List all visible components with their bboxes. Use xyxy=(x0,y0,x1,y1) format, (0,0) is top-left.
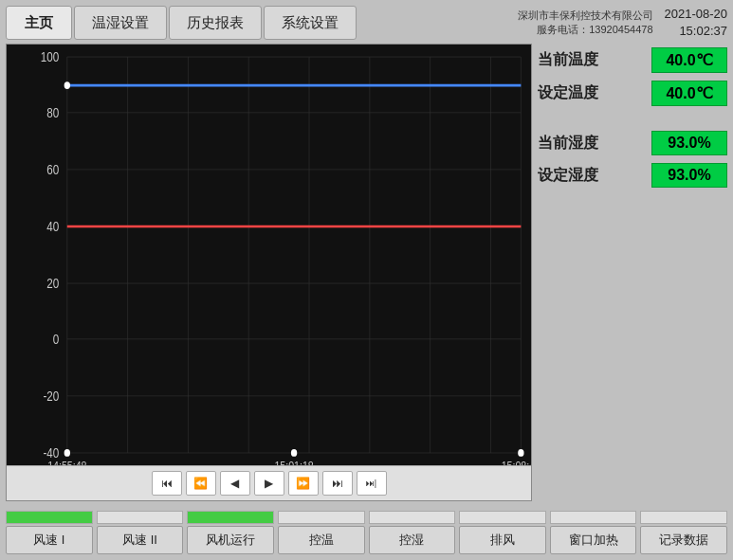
status-indicator-2 xyxy=(187,511,274,524)
status-indicator-7 xyxy=(640,511,727,524)
status-label-btn-1[interactable]: 风速 II xyxy=(97,526,184,554)
ctrl-prev[interactable]: ◀ xyxy=(220,471,250,496)
set-temp-value: 40.0℃ xyxy=(651,81,727,106)
current-humi-label: 当前湿度 xyxy=(538,134,598,154)
status-indicator-3 xyxy=(278,511,365,524)
svg-text:15:08:48: 15:08:48 xyxy=(502,459,531,465)
main-content: 100 80 60 40 20 0 -20 -40 14:55:48 15:01… xyxy=(6,44,727,501)
ctrl-next-fast[interactable]: ⏩ xyxy=(288,471,319,496)
ctrl-play[interactable]: ▶ xyxy=(254,471,284,496)
svg-point-30 xyxy=(64,81,70,89)
status-label-btn-0[interactable]: 风速 I xyxy=(6,526,93,554)
nav-bar: 主页 温湿设置 历史报表 系统设置 深圳市丰保利控技术有限公司 服务电话：139… xyxy=(6,6,727,40)
svg-text:60: 60 xyxy=(46,162,59,177)
main-container: 主页 温湿设置 历史报表 系统设置 深圳市丰保利控技术有限公司 服务电话：139… xyxy=(0,0,733,560)
status-btn-5: 排风 xyxy=(459,505,546,554)
svg-text:14:55:48: 14:55:48 xyxy=(47,459,87,465)
svg-rect-0 xyxy=(7,45,531,465)
ctrl-first[interactable]: ⏮ xyxy=(152,471,182,496)
service-tel: 服务电话：13920454478 xyxy=(537,23,652,37)
status-btn-4: 控湿 xyxy=(369,505,456,554)
svg-text:0: 0 xyxy=(53,332,60,347)
company-name: 深圳市丰保利控技术有限公司 xyxy=(518,9,653,23)
time: 15:02:37 xyxy=(679,23,727,40)
svg-text:-20: -20 xyxy=(43,388,59,404)
ctrl-last2[interactable]: ⏭| xyxy=(357,471,387,496)
tab-history[interactable]: 历史报表 xyxy=(169,6,262,40)
status-label-btn-5[interactable]: 排风 xyxy=(459,526,546,554)
chart-controls: ⏮ ⏪ ◀ ▶ ⏩ ⏭ ⏭| xyxy=(7,465,531,500)
status-label-btn-7[interactable]: 记录数据 xyxy=(640,526,727,554)
tab-temphumi-settings[interactable]: 温湿设置 xyxy=(74,6,167,40)
current-temp-label: 当前温度 xyxy=(538,50,598,70)
svg-point-33 xyxy=(291,449,297,457)
status-indicator-1 xyxy=(97,511,184,524)
set-temp-label: 设定温度 xyxy=(538,83,598,103)
status-btn-7: 记录数据 xyxy=(640,505,727,554)
current-temp-row: 当前温度 40.0℃ xyxy=(538,47,727,73)
chart-area: 100 80 60 40 20 0 -20 -40 14:55:48 15:01… xyxy=(7,45,531,465)
set-humi-row: 设定湿度 93.0% xyxy=(538,163,727,188)
ctrl-prev-fast[interactable]: ⏪ xyxy=(186,471,216,496)
set-humi-value: 93.0% xyxy=(651,163,727,188)
status-indicator-4 xyxy=(369,511,456,524)
status-label-btn-3[interactable]: 控温 xyxy=(278,526,365,554)
chart-container: 100 80 60 40 20 0 -20 -40 14:55:48 15:01… xyxy=(6,44,532,501)
status-btn-0: 风速 I xyxy=(6,505,93,554)
svg-text:100: 100 xyxy=(41,49,59,64)
current-temp-value: 40.0℃ xyxy=(651,47,727,73)
status-indicator-5 xyxy=(459,511,546,524)
status-indicator-0 xyxy=(6,511,93,524)
svg-point-32 xyxy=(64,449,70,457)
svg-text:20: 20 xyxy=(46,276,59,291)
svg-text:15:01:18: 15:01:18 xyxy=(274,459,314,465)
date: 2021-08-20 xyxy=(665,6,728,23)
status-btn-1: 风速 II xyxy=(97,505,184,554)
status-label-btn-6[interactable]: 窗口加热 xyxy=(550,526,637,554)
company-info: 深圳市丰保利控技术有限公司 服务电话：13920454478 xyxy=(518,6,653,40)
set-humi-label: 设定湿度 xyxy=(538,166,598,186)
chart-svg: 100 80 60 40 20 0 -20 -40 14:55:48 15:01… xyxy=(7,45,531,465)
tab-system-settings[interactable]: 系统设置 xyxy=(264,6,357,40)
status-label-btn-2[interactable]: 风机运行 xyxy=(187,526,274,554)
current-humi-value: 93.0% xyxy=(651,131,727,155)
status-btn-6: 窗口加热 xyxy=(550,505,637,554)
bottom-bar: 风速 I风速 II风机运行控温控湿排风窗口加热记录数据 xyxy=(6,505,727,554)
set-temp-row: 设定温度 40.0℃ xyxy=(538,81,727,106)
status-indicator-6 xyxy=(550,511,637,524)
svg-point-34 xyxy=(518,449,523,457)
status-btn-2: 风机运行 xyxy=(187,505,274,554)
tab-home[interactable]: 主页 xyxy=(6,6,72,40)
status-label-btn-4[interactable]: 控湿 xyxy=(369,526,456,554)
svg-text:80: 80 xyxy=(46,105,59,120)
current-humi-row: 当前湿度 93.0% xyxy=(538,131,727,155)
svg-text:40: 40 xyxy=(46,219,59,234)
right-panel: 当前温度 40.0℃ 设定温度 40.0℃ 当前湿度 93.0% 设定湿度 93… xyxy=(538,44,727,501)
ctrl-last[interactable]: ⏭ xyxy=(322,471,353,496)
datetime: 2021-08-20 15:02:37 xyxy=(665,6,728,40)
status-btn-3: 控温 xyxy=(278,505,365,554)
